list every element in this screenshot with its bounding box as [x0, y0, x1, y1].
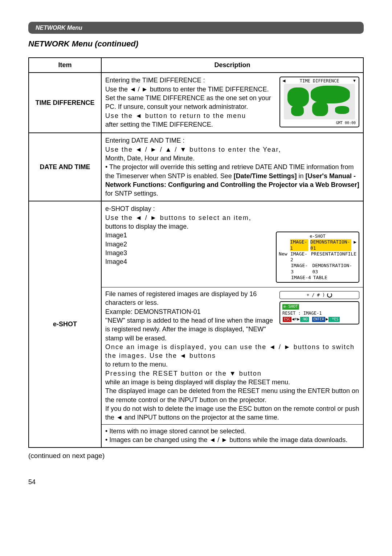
desc-line: to return to the menu. [105, 360, 359, 369]
key-no: :NO [300, 317, 309, 322]
desc-line: If you do not wish to delete the image u… [105, 404, 359, 422]
menu-tab-label: NETWORK Menu [36, 25, 82, 31]
right-arrow-icon: ▶ [326, 316, 328, 322]
desc-line-garbled: Use the ◄ / ► / ▲ / ▼ buttons to enter t… [105, 145, 359, 154]
desc-line: while an image is being displayed will d… [105, 378, 359, 387]
desc-line: buttons to display the image. [105, 222, 359, 231]
col-header-desc: Description [101, 58, 363, 73]
item-name-date-time: DATE AND TIME [29, 133, 101, 201]
table-row: TIME DIFFERENCE ◀ TIME DIFFERENCE ▼ GMT … [29, 73, 363, 133]
desc-bullet: • Items with no image stored cannot be s… [105, 427, 359, 436]
continued-note: (continued on next page) [28, 451, 364, 461]
section-title: NETWORK Menu (continued) [28, 39, 364, 49]
left-arrow-icon: ◀ [282, 78, 285, 83]
osd-time-difference: ◀ TIME DIFFERENCE ▼ GMT 00:00 [279, 77, 359, 127]
desc-line: The displayed image can be deleted from … [105, 387, 359, 404]
desc-line-garbled: Pressing the RESET button or the ▼ butto… [105, 369, 359, 378]
table-row: e-SHOT e-SHOT display : Use the ◄ / ► bu… [29, 201, 363, 447]
osd-progress-indicator: + / # ) [279, 291, 359, 299]
menu-tab-bar: NETWORK Menu [28, 22, 364, 34]
osd-reset-menu: e-SHOT RESET : IMAGE-1 ESC◀+▶:NO ENTER▶:… [279, 301, 359, 324]
spinner-icon [327, 293, 332, 298]
right-arrow-icon: ▶ [354, 239, 356, 251]
osd-keys-line: ESC◀+▶:NO ENTER▶:YES [282, 316, 356, 322]
desc-line: e-SHOT display : [105, 204, 359, 213]
page-number: 54 [28, 478, 364, 486]
osd-header: e-SHOT [282, 304, 299, 310]
left-arrow-icon: ◀ [292, 316, 294, 322]
desc-line-garbled: Once an image is displayed, you can use … [105, 343, 359, 351]
item-name-time-diff: TIME DIFFERENCE [29, 73, 101, 133]
osd-new-stamp: New [279, 251, 288, 263]
desc-line: Entering DATE AND TIME : [105, 136, 359, 145]
desc-line: Month, Date, Hour and Minute. [105, 154, 359, 163]
desc-line-garbled: Use the ◄ / ► buttons to select an item, [105, 213, 359, 222]
osd-row-selected: IMAGE-1 [290, 239, 308, 251]
osd-title: e-SHOT [279, 234, 356, 239]
right-arrow-icon: ▶ [297, 316, 300, 322]
osd-eshot-menu: e-SHOT IMAGE-1DEMONSTRATION-01▶ NewIMAGE… [276, 232, 359, 283]
osd-reset-group: + / # ) e-SHOT RESET : IMAGE-1 ESC◀+▶:NO… [279, 291, 359, 324]
desc-bullet: • Images can be changed using the ◄ / ► … [105, 436, 359, 444]
table-row: DATE AND TIME Entering DATE AND TIME : U… [29, 133, 363, 201]
osd-title: TIME DIFFERENCE [280, 78, 359, 84]
down-arrow-icon: ▼ [352, 78, 356, 83]
key-esc: ESC [283, 317, 291, 322]
desc-line-garbled: the images. Use the ◄ buttons [105, 351, 359, 360]
col-header-item: Item [29, 58, 101, 73]
desc-note: • The projector will override this setti… [105, 163, 359, 198]
osd-gmt-value: GMT 00:00 [336, 120, 356, 126]
key-enter: ENTER [312, 317, 325, 322]
item-name-eshot: e-SHOT [29, 201, 101, 447]
world-map-icon [284, 84, 355, 119]
osd-line: RESET : IMAGE-1 [282, 310, 356, 316]
settings-table: Item Description TIME DIFFERENCE ◀ TIME … [28, 57, 364, 448]
key-yes: :YES [328, 317, 339, 322]
